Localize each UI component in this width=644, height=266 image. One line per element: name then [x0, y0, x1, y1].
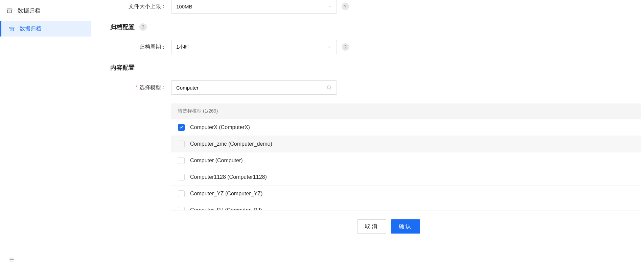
model-option-label: Computer_YZ (Computer_YZ)	[190, 191, 262, 197]
checkbox[interactable]	[178, 207, 185, 211]
file-size-limit-label: 文件大小上限：	[110, 3, 171, 10]
model-option[interactable]: ComputerX (ComputerX)	[171, 119, 641, 136]
checkbox[interactable]	[178, 141, 185, 147]
archive-cycle-select[interactable]: 1小时	[171, 40, 337, 54]
model-option-label: ComputerX (ComputerX)	[190, 124, 250, 130]
help-icon[interactable]: ?	[342, 3, 349, 10]
help-icon[interactable]: ?	[342, 43, 349, 51]
checkbox[interactable]	[178, 124, 185, 131]
svg-line-6	[330, 89, 331, 90]
sidebar-collapse-button[interactable]	[9, 257, 15, 263]
content-config-header: 内容配置	[110, 64, 641, 72]
model-option[interactable]: Computer1128 (Computer1128)	[171, 169, 641, 186]
sidebar-title: 数据归档	[0, 0, 91, 21]
archive-icon	[9, 26, 15, 32]
sidebar-title-label: 数据归档	[18, 7, 41, 15]
svg-rect-1	[9, 27, 14, 28]
footer-buttons: 取消 确认	[357, 219, 641, 234]
checkbox[interactable]	[178, 174, 185, 180]
select-model-input-wrapper	[171, 80, 337, 95]
select-model-label: 选择模型：	[110, 84, 171, 91]
select-model-input[interactable]	[176, 85, 326, 91]
chevron-down-icon	[328, 45, 332, 49]
select-model-row: 选择模型：	[110, 80, 641, 95]
main-content: 文件大小上限： 100MB ? 归档配置 ? 归档周期： 1小时 ? 内容配置 …	[91, 0, 644, 266]
svg-rect-0	[7, 9, 12, 10]
checkbox[interactable]	[178, 157, 185, 164]
svg-point-5	[327, 86, 330, 89]
model-option[interactable]: Computer_YZ (Computer_YZ)	[171, 186, 641, 202]
archive-config-header: 归档配置 ?	[110, 23, 641, 31]
checkbox[interactable]	[178, 190, 185, 197]
model-list[interactable]: ComputerX (ComputerX)Computer_zmc (Compu…	[171, 119, 641, 211]
cancel-button[interactable]: 取消	[357, 219, 386, 234]
archive-cycle-row: 归档周期： 1小时 ?	[110, 40, 641, 54]
model-option-label: Computer (Computer)	[190, 158, 243, 164]
archive-cycle-value: 1小时	[176, 44, 189, 50]
model-option-label: Computer_RJ (Computer_RJ)	[190, 207, 262, 211]
model-option-label: Computer1128 (Computer1128)	[190, 174, 267, 180]
search-icon	[326, 85, 332, 90]
model-list-header: 请选择模型 (1/269)	[171, 103, 641, 119]
model-option[interactable]: Computer_RJ (Computer_RJ)	[171, 202, 641, 211]
help-icon[interactable]: ?	[139, 23, 147, 31]
model-option[interactable]: Computer_zmc (Computer_demo)	[171, 136, 641, 152]
file-size-limit-select[interactable]: 100MB	[171, 0, 337, 14]
sidebar-item-label: 数据归档	[20, 25, 41, 32]
file-size-limit-value: 100MB	[176, 4, 192, 9]
archive-cycle-label: 归档周期：	[110, 44, 171, 51]
file-size-limit-row: 文件大小上限： 100MB ?	[110, 0, 641, 14]
sidebar: 数据归档 数据归档	[0, 0, 91, 266]
archive-config-title: 归档配置	[110, 23, 135, 31]
sidebar-item-data-archive[interactable]: 数据归档	[0, 21, 91, 37]
model-option-label: Computer_zmc (Computer_demo)	[190, 141, 272, 147]
content-config-title: 内容配置	[110, 64, 135, 72]
confirm-button[interactable]: 确认	[391, 219, 420, 234]
archive-icon	[6, 7, 13, 14]
model-panel: 请选择模型 (1/269) ComputerX (ComputerX)Compu…	[171, 103, 641, 211]
model-option[interactable]: Computer (Computer)	[171, 152, 641, 169]
chevron-down-icon	[328, 4, 332, 8]
